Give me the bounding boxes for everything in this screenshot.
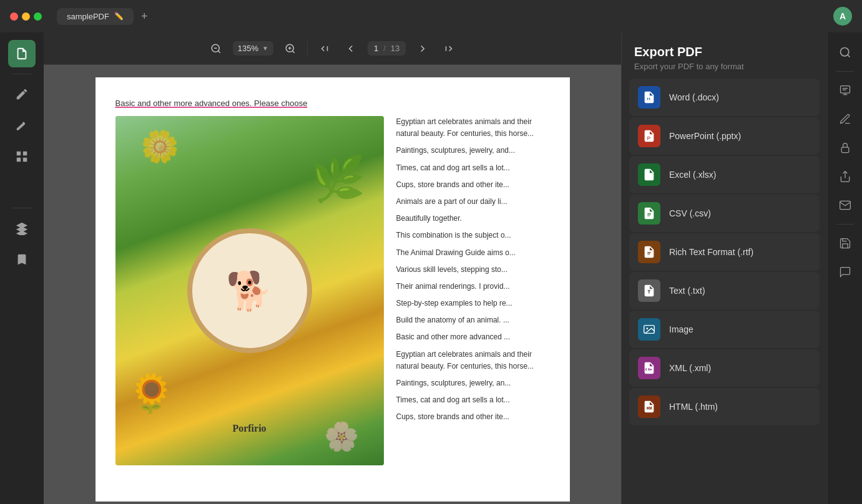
share-icon-button[interactable] [833,164,858,189]
sidebar-item-bookmark[interactable] [8,246,36,273]
comment-icon-button[interactable] [833,259,858,284]
traffic-lights [10,12,42,21]
svg-line-2 [218,51,220,52]
export-option-html[interactable]: HTML (.htm) [629,388,820,425]
svg-point-11 [840,48,848,56]
dog-emoji: 🐕 [226,269,273,313]
svg-rect-13 [840,86,850,94]
add-tab-button[interactable]: + [139,7,150,26]
tab-area: samplePDF ✏️ + [57,7,150,26]
export-option-html-label: HTML (.htm) [669,402,718,412]
minimize-button[interactable] [22,12,30,21]
export-subtitle: Export your PDF to any format [634,62,815,71]
export-option-ppt-label: PowerPoint (.pptx) [669,131,741,141]
sidebar-item-document[interactable] [8,40,36,67]
sidebar-divider-2 [12,208,31,208]
zoom-dropdown-icon: ▼ [262,45,268,52]
export-option-xml-label: XML (.xml) [669,363,711,373]
zoom-in-button[interactable] [281,39,300,58]
right-icon-bar [827,32,862,504]
first-page-button[interactable] [315,39,334,58]
sidebar-item-annotate[interactable] [8,80,36,108]
tab-title: samplePDF [67,12,109,21]
prev-page-button[interactable] [341,39,360,58]
sidebar-item-convert[interactable] [8,174,36,201]
right-divider-2 [836,224,854,225]
svg-line-12 [847,55,850,57]
pdf-image-container: 🌿 🌼 🌻 🌸 🐕 Porfirio Egyptian art celebrat… [115,116,550,465]
next-page-button[interactable] [413,39,432,58]
dog-art: 🐕 [187,228,312,353]
svg-rect-16 [841,147,849,152]
image-icon [638,318,660,341]
sidebar-item-layers[interactable] [8,215,36,242]
last-page-button[interactable] [439,39,458,58]
page-current[interactable]: 1 [374,44,378,53]
word-icon [638,86,660,109]
export-option-word-label: Word (.docx) [669,92,719,102]
export-option-text-label: Text (.txt) [669,286,705,296]
pdf-page: Basic and other more advanced ones. Plea… [96,77,570,502]
svg-line-6 [292,51,294,52]
export-options: Word (.docx) PowerPoint (.pptx) Excel (.… [622,79,827,425]
pdf-content: Basic and other more advanced ones. Plea… [44,65,621,504]
export-header: Export PDF Export your PDF to any format [622,32,827,79]
export-option-csv[interactable]: CSV (.csv) [629,195,820,232]
export-option-excel-label: Excel (.xlsx) [669,170,716,180]
sidebar-divider-1 [12,74,31,74]
titlebar: samplePDF ✏️ + A [0,0,862,32]
excel-icon [638,163,660,186]
pdf-underlined-text: Basic and other more advanced ones. Plea… [115,97,550,109]
email-icon-button[interactable] [833,193,858,218]
sidebar-item-edit[interactable] [8,112,36,139]
zoom-value: 135% [238,44,258,53]
export-option-image[interactable]: Image [629,311,820,348]
active-tab[interactable]: samplePDF ✏️ [57,8,134,25]
pdf-viewer: 135% ▼ 1 / 13 [44,32,621,504]
protect-icon-button[interactable] [833,135,858,160]
export-option-xml[interactable]: XML (.xml) [629,349,820,387]
search-icon-button[interactable] [833,40,858,65]
toolbar-divider-1 [307,41,308,56]
rtf-icon [638,241,660,263]
avatar: A [833,7,852,26]
right-divider-1 [836,71,854,72]
close-button[interactable] [10,12,18,21]
pdf-text-block: Egyptian art celebrates animals and thei… [396,116,550,429]
sign-icon-button[interactable] [833,107,858,132]
csv-icon [638,202,660,225]
zoom-out-button[interactable] [207,39,225,58]
maximize-button[interactable] [34,12,42,21]
xml-icon [638,357,660,379]
html-icon [638,395,660,418]
main-area: 135% ▼ 1 / 13 [0,32,862,504]
export-option-text[interactable]: Text (.txt) [629,272,820,309]
export-option-powerpoint[interactable]: PowerPoint (.pptx) [629,117,820,155]
svg-point-10 [646,327,648,329]
export-option-rtf-label: Rich Text Format (.rtf) [669,247,753,257]
zoom-control[interactable]: 135% ▼ [233,41,273,56]
text-icon [638,279,660,302]
ocr-icon-button[interactable] [833,78,858,103]
page-control: 1 / 13 [368,41,406,56]
edit-icon: ✏️ [114,12,124,21]
toolbar: 135% ▼ 1 / 13 [44,32,621,65]
export-option-excel[interactable]: Excel (.xlsx) [629,156,820,193]
page-total: 13 [391,44,399,53]
pdf-image: 🌿 🌼 🌻 🌸 🐕 Porfirio [115,116,384,465]
export-panel: Export PDF Export your PDF to any format… [621,32,827,504]
page-separator: / [383,44,386,53]
save-icon-button[interactable] [833,231,858,256]
sidebar-item-organize[interactable] [8,143,36,170]
powerpoint-icon [638,125,660,147]
export-title: Export PDF [634,45,815,59]
export-option-rtf[interactable]: Rich Text Format (.rtf) [629,233,820,271]
export-option-image-label: Image [669,324,693,334]
left-sidebar [0,32,44,504]
export-option-word[interactable]: Word (.docx) [629,79,820,116]
export-option-csv-label: CSV (.csv) [669,208,711,218]
